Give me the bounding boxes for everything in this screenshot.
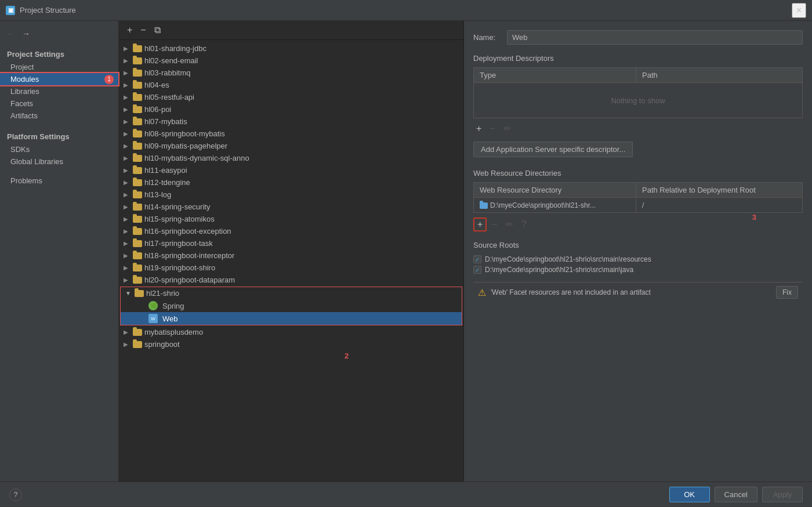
tree-item-hl06[interactable]: ▶ hl06-poi — [119, 103, 463, 115]
artifacts-item-label: Artifacts — [10, 111, 38, 120]
folder-icon — [133, 82, 142, 89]
wr-path-col-header: Path Relative to Deployment Root — [636, 183, 802, 197]
sidebar-item-project[interactable]: Project — [0, 61, 118, 73]
sidebar-item-libraries[interactable]: Libraries — [0, 85, 118, 97]
tree-item-hl04[interactable]: ▶ hl04-es — [119, 79, 463, 91]
main-container: ← → Project Settings Project Modules 1 L… — [0, 21, 812, 507]
cancel-button[interactable]: Cancel — [715, 487, 757, 502]
module-tree[interactable]: ▶ hl01-sharding-jdbc ▶ hl02-send-email ▶… — [119, 40, 463, 507]
deployment-descriptors-title: Deployment Descriptors — [473, 54, 803, 63]
tree-item-hl17[interactable]: ▶ hl17-springboot-task — [119, 237, 463, 249]
folder-icon — [133, 191, 142, 198]
dd-remove-button[interactable]: − — [487, 123, 498, 135]
tree-item-hl07[interactable]: ▶ hl07-mybatis — [119, 115, 463, 128]
sidebar-item-problems[interactable]: Problems — [0, 175, 118, 187]
tree-item-hl12[interactable]: ▶ hl12-tdengine — [119, 176, 463, 189]
back-button[interactable]: ← — [5, 28, 17, 39]
tree-item-hl20[interactable]: ▶ hl20-springboot-dataparam — [119, 274, 463, 286]
wr-dir-value: D:\myeCode\springboot\hl21-shr... — [490, 201, 596, 209]
source-root-checkbox-2[interactable] — [473, 266, 481, 274]
project-item-label: Project — [10, 63, 34, 71]
tree-label: hl16-springboot-exception — [144, 227, 231, 236]
tree-label-spring: Spring — [162, 302, 184, 310]
center-panel: + − ⧉ ▶ hl01-sharding-jdbc ▶ hl02-send-e… — [119, 21, 464, 507]
callout-2: 2 — [345, 352, 349, 360]
source-root-checkbox-1[interactable] — [473, 255, 481, 263]
add-descriptor-button[interactable]: Add Application Server specific descript… — [473, 142, 633, 157]
wr-table-row[interactable]: D:\myeCode\springboot\hl21-shr... / — [474, 198, 802, 212]
tree-label: hl08-springboot-mybatis — [144, 129, 225, 138]
tree-item-hl03[interactable]: ▶ hl03-rabbitmq — [119, 67, 463, 79]
add-icon: + — [127, 25, 132, 35]
wr-edit-button[interactable]: ✏ — [503, 219, 516, 230]
tree-item-hl09[interactable]: ▶ hl09-mybatis-pagehelper — [119, 140, 463, 152]
fix-button[interactable]: Fix — [776, 286, 798, 299]
tree-item-hl16[interactable]: ▶ hl16-springboot-exception — [119, 225, 463, 237]
tree-item-hl14[interactable]: ▶ hl14-spring-security — [119, 201, 463, 213]
wr-remove-button[interactable]: − — [489, 219, 500, 230]
tree-item-hl01[interactable]: ▶ hl01-sharding-jdbc — [119, 42, 463, 55]
folder-icon — [133, 228, 142, 235]
tree-item-hl13[interactable]: ▶ hl13-log — [119, 189, 463, 201]
folder-icon — [133, 94, 142, 101]
apply-button[interactable]: Apply — [762, 487, 803, 502]
tree-item-mybatisplusdemo[interactable]: ▶ mybatisplusdemo — [119, 326, 463, 338]
sidebar-item-facets[interactable]: Facets — [0, 97, 118, 110]
tree-item-hl05[interactable]: ▶ hl05-restful-api — [119, 91, 463, 103]
folder-icon — [133, 277, 142, 284]
tree-item-hl02[interactable]: ▶ hl02-send-email — [119, 55, 463, 67]
remove-module-button[interactable]: − — [138, 24, 148, 36]
title-bar-left: ▣ Project Structure — [6, 6, 76, 15]
tree-item-springboot[interactable]: ▶ springboot — [119, 338, 463, 350]
tree-item-spring[interactable]: 🌿 Spring — [121, 299, 462, 312]
close-button[interactable]: × — [792, 3, 806, 18]
tree-item-hl10[interactable]: ▶ hl10-mybatis-dynamic-sql-anno — [119, 152, 463, 164]
source-roots-section: Source Roots D:\myeCode\springboot\hl21-… — [473, 241, 803, 275]
nav-toolbar: ← → — [0, 26, 118, 44]
tree-item-hl15[interactable]: ▶ hl15-spring-atomikos — [119, 213, 463, 225]
tree-item-hl19[interactable]: ▶ hl19-springboot-shiro — [119, 262, 463, 274]
dd-add-button[interactable]: + — [473, 123, 484, 135]
expand-icon: ▶ — [124, 179, 130, 186]
expand-icon: ▶ — [124, 277, 130, 283]
tree-item-hl11[interactable]: ▶ hl11-easypoi — [119, 164, 463, 176]
sidebar-item-sdks[interactable]: SDKs — [0, 143, 118, 155]
sidebar-item-global-libraries[interactable]: Global Libraries — [0, 155, 118, 168]
libraries-item-label: Libraries — [10, 87, 39, 96]
copy-module-button[interactable]: ⧉ — [152, 24, 163, 36]
copy-icon: ⧉ — [154, 25, 161, 35]
folder-icon — [133, 341, 142, 348]
spring-icon: 🌿 — [148, 301, 158, 310]
help-button[interactable]: ? — [9, 488, 22, 501]
expand-icon: ▶ — [124, 228, 130, 234]
tree-item-web[interactable]: W Web — [121, 312, 462, 325]
folder-icon — [133, 240, 142, 247]
web-resource-dir-title: Web Resource Directories — [473, 169, 803, 178]
dd-edit-button[interactable]: ✏ — [501, 123, 514, 135]
bottom-right: OK Cancel Apply — [669, 487, 803, 502]
window-title: Project Structure — [20, 6, 76, 15]
nothing-to-show: Nothing to show — [611, 96, 665, 105]
ok-button[interactable]: OK — [669, 487, 710, 502]
tree-label: hl05-restful-api — [144, 93, 194, 102]
source-root-value-1: D:\myeCode\springboot\hl21-shrio\src\mai… — [485, 255, 651, 263]
sidebar-item-artifacts[interactable]: Artifacts — [0, 110, 118, 122]
wr-help-button[interactable]: ? — [519, 219, 530, 230]
tree-label: hl19-springboot-shiro — [144, 263, 215, 272]
tree-label: hl14-spring-security — [144, 202, 210, 211]
title-bar: ▣ Project Structure × — [0, 0, 812, 21]
add-module-button[interactable]: + — [125, 24, 135, 36]
expand-icon: ▶ — [124, 341, 130, 347]
wr-add-button[interactable]: + — [473, 218, 487, 231]
tree-label: hl12-tdengine — [144, 178, 190, 187]
forward-button[interactable]: → — [20, 28, 32, 39]
tree-item-hl08[interactable]: ▶ hl08-springboot-mybatis — [119, 128, 463, 140]
tree-item-hl21[interactable]: ▼ hl21-shrio — [121, 287, 462, 299]
sidebar-item-modules[interactable]: Modules 1 — [0, 73, 118, 85]
path-column-header: Path — [636, 68, 802, 82]
tree-item-hl18[interactable]: ▶ hl18-springboot-interceptor — [119, 249, 463, 262]
name-input[interactable] — [507, 30, 803, 45]
wr-dir-col-header: Web Resource Directory — [474, 183, 636, 197]
folder-icon — [133, 143, 142, 150]
expand-icon: ▶ — [124, 155, 130, 161]
